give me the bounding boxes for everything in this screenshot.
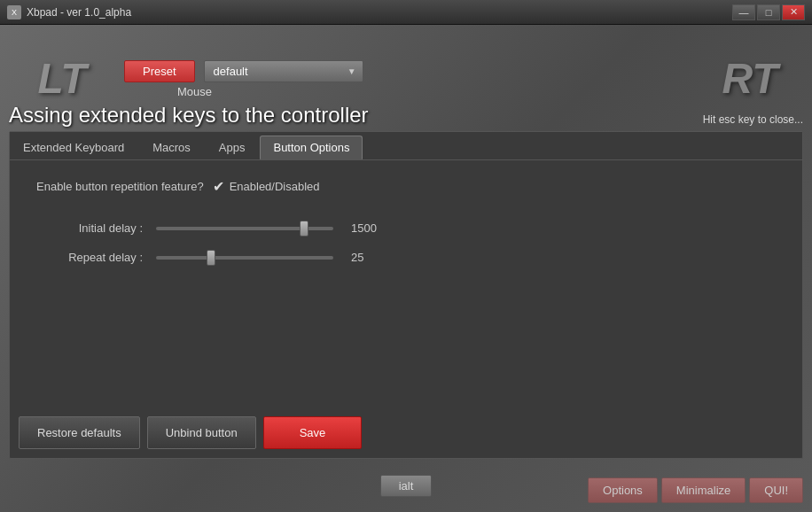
ialt-button[interactable]: ialt <box>380 475 433 497</box>
preset-select[interactable]: default preset1 preset2 <box>204 60 363 82</box>
save-button[interactable]: Save <box>263 416 363 449</box>
preset-select-wrap: default preset1 preset2 <box>204 60 363 82</box>
footer-area: ialt Options Minimalize QUI! <box>0 459 812 512</box>
restore-defaults-button[interactable]: Restore defaults <box>19 416 140 449</box>
enabled-disabled-label: Enabled/Disabled <box>230 180 320 193</box>
content-panel: Extended Keyboard Macros Apps Button Opt… <box>9 131 803 459</box>
initial-delay-row: Initial delay : 1500 <box>36 221 776 235</box>
tab-macros[interactable]: Macros <box>139 136 204 159</box>
footer-right-buttons: Options Minimalize QUI! <box>588 477 803 503</box>
esc-hint: Hit esc key to close... <box>703 113 803 126</box>
tab-extended-keyboard[interactable]: Extended Keyboard <box>10 136 137 159</box>
tab-button-options[interactable]: Button Options <box>260 136 363 159</box>
options-button[interactable]: Options <box>588 477 658 503</box>
title-bar: X Xbpad - ver 1.0_alpha — □ ✕ <box>0 0 812 25</box>
app-icon: X <box>7 5 21 19</box>
unbind-button[interactable]: Unbind button <box>147 416 256 449</box>
repeat-delay-slider[interactable] <box>156 256 333 260</box>
minimalize-button[interactable]: Minimalize <box>661 477 746 503</box>
main-window: LT RT Preset default preset1 preset2 Mou… <box>0 25 812 512</box>
bottom-buttons: Restore defaults Unbind button Save <box>19 416 793 449</box>
app-title: Xbpad - ver 1.0_alpha <box>27 6 131 19</box>
tabs: Extended Keyboard Macros Apps Button Opt… <box>10 132 802 160</box>
minimize-button[interactable]: — <box>732 4 755 20</box>
close-button[interactable]: ✕ <box>782 4 805 20</box>
enable-row: Enable button repetition feature? ✔ Enab… <box>36 178 776 195</box>
repeat-delay-value: 25 <box>351 251 363 264</box>
enable-label: Enable button repetition feature? <box>36 180 204 193</box>
tab-apps[interactable]: Apps <box>206 136 259 159</box>
checkbox-checkmark: ✔ <box>213 178 224 195</box>
title-bar-buttons: — □ ✕ <box>732 4 805 20</box>
preset-bar: Preset default preset1 preset2 <box>124 60 688 82</box>
repeat-delay-label: Repeat delay : <box>36 251 143 264</box>
quit-button[interactable]: QUI! <box>749 477 803 503</box>
checkbox-enabled[interactable]: ✔ Enabled/Disabled <box>213 178 320 195</box>
initial-delay-slider[interactable] <box>156 227 333 230</box>
initial-delay-value: 1500 <box>351 221 377 235</box>
preset-button[interactable]: Preset <box>124 60 195 82</box>
repeat-delay-row: Repeat delay : 25 <box>36 251 776 264</box>
maximize-button[interactable]: □ <box>757 4 780 20</box>
initial-delay-label: Initial delay : <box>36 221 143 235</box>
main-heading: Assing extended keys to the controller <box>9 103 803 128</box>
tab-content: Enable button repetition feature? ✔ Enab… <box>10 160 802 298</box>
title-bar-left: X Xbpad - ver 1.0_alpha <box>7 5 131 19</box>
mouse-label: Mouse <box>177 85 212 98</box>
